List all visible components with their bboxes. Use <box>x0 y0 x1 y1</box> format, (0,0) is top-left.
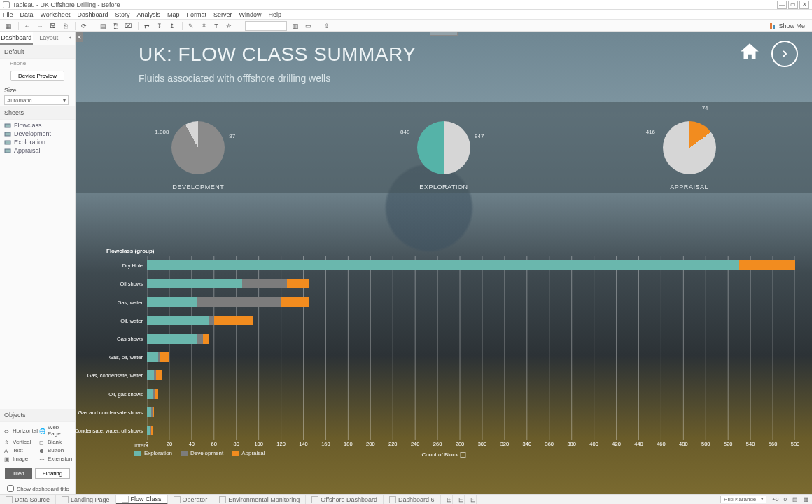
menu-data[interactable]: Data <box>20 11 34 18</box>
save-button[interactable]: 🖫 <box>47 21 58 31</box>
menu-help[interactable]: Help <box>269 11 282 18</box>
bar-plot[interactable] <box>147 256 795 440</box>
legend-item-appraisal[interactable]: Appraisal <box>232 450 265 456</box>
close-button[interactable]: ✕ <box>799 1 809 9</box>
next-icon[interactable] <box>771 41 798 67</box>
menu-map[interactable]: Map <box>167 11 180 18</box>
object-horizontal[interactable]: ⇔Horizontal <box>4 424 38 438</box>
user-dropdown[interactable]: Priti Karande <box>720 496 766 503</box>
menu-analysis[interactable]: Analysis <box>136 11 160 18</box>
object-vertical[interactable]: ⇕Vertical <box>4 438 38 446</box>
object-extension[interactable]: ⋯Extension <box>39 455 72 463</box>
menu-worksheet[interactable]: Worksheet <box>41 11 71 18</box>
bar-segment-app[interactable] <box>160 352 169 362</box>
object-web-page[interactable]: 🌐Web Page <box>39 424 72 438</box>
bar-segment-app[interactable] <box>203 334 209 344</box>
sort-desc-button[interactable]: ↥ <box>167 21 178 31</box>
new-tab-button-2[interactable]: ⊡ <box>465 495 477 505</box>
sheet-tab-landing-page[interactable]: Landing Page <box>56 495 116 505</box>
bar-segment-exp[interactable] <box>147 370 154 380</box>
sheet-tab-environmental-monitoring[interactable]: Environmental Monitoring <box>214 495 306 505</box>
dashboard-canvas[interactable]: ✕ UK: FLOW CLASS SUMMARY Fluids associat… <box>76 32 812 494</box>
pin-button[interactable]: ✮ <box>223 21 234 31</box>
new-tab-button-1[interactable]: ⊟ <box>453 495 465 505</box>
new-sheet-button[interactable]: ▤ <box>97 21 108 31</box>
labels-button[interactable]: T <box>211 21 222 31</box>
status-icon-2[interactable]: ▦ <box>804 496 809 503</box>
object-button[interactable]: ⏺Button <box>39 447 72 454</box>
tab-layout[interactable]: Layout <box>33 32 66 45</box>
sort-asc-button[interactable]: ↧ <box>154 21 165 31</box>
highlight-button[interactable]: ✎ <box>186 21 197 31</box>
new-tab-button-0[interactable]: ⊞ <box>441 495 453 505</box>
minimize-button[interactable]: — <box>777 1 787 9</box>
bar-segment-exp[interactable] <box>147 298 197 307</box>
sheet-item-exploration[interactable]: Exploration <box>0 138 75 146</box>
bar-segment-dev[interactable] <box>197 298 281 307</box>
group-button[interactable]: ⌗ <box>198 21 209 31</box>
object-blank[interactable]: ◻Blank <box>39 438 72 446</box>
bar-segment-app[interactable] <box>156 370 163 380</box>
status-icon-1[interactable]: ▤ <box>792 496 798 503</box>
device-preview-button[interactable]: Device Preview <box>10 71 64 81</box>
bar-segment-app[interactable] <box>739 260 795 270</box>
refresh-button[interactable]: ⟳ <box>78 21 90 31</box>
show-title-checkbox[interactable]: Show dashboard title <box>0 483 75 494</box>
show-me-button[interactable]: Show Me <box>769 22 805 29</box>
view-cards-button[interactable]: ▥ <box>290 21 301 31</box>
collapse-panel-button[interactable]: ✕ <box>76 32 83 42</box>
drag-handle[interactable] <box>430 32 458 36</box>
menu-window[interactable]: Window <box>239 11 262 18</box>
new-data-button[interactable]: ⎘ <box>59 21 71 31</box>
menu-dashboard[interactable]: Dashboard <box>77 11 108 18</box>
object-text[interactable]: AText <box>4 447 38 454</box>
bar-segment-app[interactable] <box>155 389 158 399</box>
pie-exploration[interactable]: 848847EXPLORATION <box>321 102 567 193</box>
menu-story[interactable]: Story <box>115 11 130 18</box>
menu-server[interactable]: Server <box>214 11 232 18</box>
show-title-input[interactable] <box>7 485 14 492</box>
legend-item-development[interactable]: Development <box>181 450 223 456</box>
fit-dropdown[interactable] <box>245 21 287 31</box>
bar-segment-app[interactable] <box>287 279 309 288</box>
maximize-button[interactable]: ▭ <box>788 1 798 9</box>
bar-segment-exp[interactable] <box>147 389 153 399</box>
bar-segment-app[interactable] <box>151 426 153 435</box>
legend-item-exploration[interactable]: Exploration <box>134 450 172 456</box>
pie-development[interactable]: 1,00887DEVELOPMENT <box>76 102 321 193</box>
home-icon[interactable] <box>738 41 762 67</box>
sheet-item-development[interactable]: Development <box>0 130 75 138</box>
swap-button[interactable]: ⇄ <box>141 21 153 31</box>
share-button[interactable]: ⇪ <box>321 21 332 31</box>
back-button[interactable]: ← <box>22 21 33 31</box>
sheet-tab-offshore-dashboard[interactable]: Offshore Dashboard <box>306 495 384 505</box>
bar-segment-exp[interactable] <box>147 279 242 288</box>
floating-button[interactable]: Floating <box>35 468 70 479</box>
pie-appraisal[interactable]: 41674APPRAISAL <box>566 102 812 193</box>
bar-segment-exp[interactable] <box>147 334 197 344</box>
menu-format[interactable]: Format <box>186 11 206 18</box>
bar-segment-exp[interactable] <box>147 316 209 326</box>
clear-button[interactable]: ⌧ <box>122 21 134 31</box>
forward-button[interactable]: → <box>34 21 46 31</box>
bar-segment-exp[interactable] <box>147 260 739 270</box>
menu-file[interactable]: File <box>3 11 13 18</box>
sheet-item-flowclass[interactable]: Flowclass <box>0 121 75 130</box>
bar-segment-app[interactable] <box>153 407 154 417</box>
duplicate-button[interactable]: ⿻ <box>110 21 121 31</box>
sheet-tab-data-source[interactable]: Data Source <box>0 495 56 505</box>
tab-dashboard[interactable]: Dashboard <box>0 32 33 45</box>
sheet-tab-flow-class[interactable]: Flow Class <box>116 495 168 505</box>
sheet-tab-dashboard-6[interactable]: Dashboard 6 <box>384 495 441 505</box>
bar-segment-dev[interactable] <box>197 334 203 344</box>
presentation-button[interactable]: ▭ <box>302 21 314 31</box>
bar-segment-exp[interactable] <box>147 352 158 362</box>
object-image[interactable]: ▣Image <box>4 455 38 463</box>
bar-segment-dev[interactable] <box>209 316 214 326</box>
bar-segment-app[interactable] <box>281 298 309 307</box>
sheet-item-appraisal[interactable]: Appraisal <box>0 146 75 155</box>
tableau-logo-icon[interactable]: ▦ <box>3 21 14 31</box>
bar-segment-app[interactable] <box>214 316 253 326</box>
bar-segment-dev[interactable] <box>242 279 287 288</box>
size-dropdown[interactable]: Automatic▾ <box>4 95 69 105</box>
